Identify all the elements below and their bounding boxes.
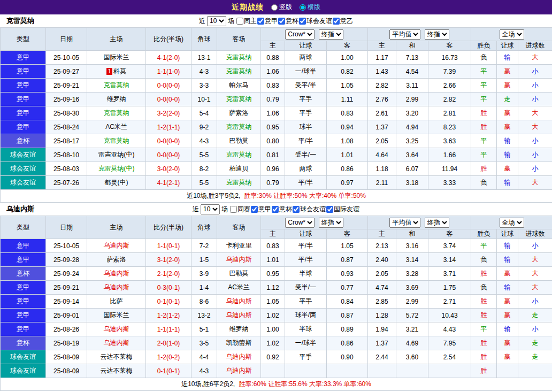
- avg-home-cell: 2.61: [368, 106, 396, 120]
- bookmaker-select[interactable]: Crow*: [285, 218, 315, 228]
- result-handicap-cell: 赢: [497, 309, 518, 322]
- avg-home-cell: 4.74: [368, 281, 396, 295]
- bookmaker-select[interactable]: Crow*: [285, 29, 315, 40]
- corners-cell: 8-6: [191, 295, 217, 309]
- filter-checkbox[interactable]: [257, 18, 264, 25]
- subcol-outcome: 胜负: [471, 229, 497, 239]
- handicap-odds-group: Crow* 终指: [261, 28, 368, 41]
- odds-away-cell: 1.08: [327, 134, 368, 148]
- score-cell: 1-2(1-2): [146, 309, 191, 322]
- score-cell: 3-1(2-0): [146, 253, 191, 267]
- col-home: 主场: [87, 216, 146, 239]
- type-cell: 意甲: [1, 239, 46, 253]
- score-cell: 3-0(2-0): [146, 162, 191, 176]
- filter-checkbox[interactable]: [326, 206, 333, 213]
- subcol-avg-away: 客: [428, 41, 471, 51]
- odds-handicap-cell: 受平/半: [285, 79, 327, 93]
- subcol-avg-home: 主: [368, 41, 396, 51]
- home-team-cell: 1科莫: [87, 65, 146, 79]
- type-cell: 意甲: [1, 309, 46, 322]
- subcol-goals-result: 进球数: [518, 41, 552, 51]
- filter-checkbox-option[interactable]: 国际友谊: [326, 205, 359, 214]
- avg-away-cell: 10.43: [428, 309, 471, 322]
- date-cell: 25-08-03: [46, 162, 87, 176]
- date-cell: 25-08-17: [46, 134, 87, 148]
- result-goals-cell: 小: [518, 79, 552, 93]
- average-select[interactable]: 平均值: [389, 218, 420, 228]
- filter-checkbox-group: 同赛意甲意杯球会友谊国际友谊: [229, 205, 359, 214]
- filter-checkbox-option[interactable]: 意乙: [333, 17, 353, 26]
- filter-bar: 近 10 场 同主意甲意杯球会友谊意乙: [199, 16, 353, 26]
- results-table: 类型 日期 主场 比分(半场) 角球 客场 Crow* 终指 平均值 终指 全场: [0, 216, 552, 391]
- results-section-home-team: 克雷莫纳 近 10 场 同主意甲意杯球会友谊意乙 类型 日期 主场 比分(半场)…: [0, 14, 552, 203]
- layout-option-vertical[interactable]: 竖版: [271, 3, 292, 12]
- avg-time-select[interactable]: 终指: [425, 218, 449, 228]
- summary-stats: 胜率:30% 让胜率:50% 大率:40% 单率:50%: [244, 192, 366, 199]
- filter-checkbox[interactable]: [251, 206, 258, 213]
- score-cell: 4-1(2-0): [146, 51, 191, 65]
- filter-checkbox[interactable]: [299, 18, 306, 25]
- date-cell: 25-09-01: [46, 309, 87, 322]
- filter-checkbox-option[interactable]: 意甲: [257, 17, 278, 26]
- filter-checkbox-option[interactable]: 意甲: [251, 205, 271, 214]
- avg-time-select[interactable]: 终指: [425, 29, 449, 40]
- avg-away-cell: 16.73: [428, 51, 471, 65]
- vertical-layout-radio[interactable]: [271, 4, 278, 11]
- filter-checkbox[interactable]: [293, 206, 300, 213]
- avg-away-cell: 3.71: [428, 267, 471, 281]
- topbar: 近期战绩 竖版 横版: [0, 0, 552, 14]
- filter-checkbox-label: 意杯: [279, 205, 292, 214]
- fullmatch-select[interactable]: 全场: [500, 218, 524, 228]
- odds-time-select[interactable]: 终指: [319, 29, 343, 40]
- layout-option-horizontal[interactable]: 横版: [300, 3, 320, 12]
- filter-checkbox-label: 同赛: [237, 205, 250, 214]
- odds-time-select[interactable]: 终指: [319, 218, 343, 228]
- filter-checkbox[interactable]: [272, 206, 279, 213]
- home-team-cell: 国际米兰: [87, 51, 146, 65]
- type-cell: 球会友谊: [1, 364, 46, 378]
- date-cell: 25-09-21: [46, 79, 87, 93]
- avg-draw-cell: [396, 364, 428, 378]
- result-goals-cell: 小: [518, 322, 552, 336]
- filter-checkbox-option[interactable]: 同主: [236, 17, 257, 26]
- horizontal-layout-radio[interactable]: [300, 4, 306, 11]
- subcol-home-odds: 主: [261, 41, 285, 51]
- home-team-cell: 比萨: [87, 295, 146, 309]
- filter-checkbox-option[interactable]: 球会友谊: [299, 17, 332, 26]
- avg-draw-cell: 6.07: [396, 162, 428, 176]
- avg-draw-cell: 5.72: [396, 309, 428, 322]
- corners-cell: 8-2: [191, 162, 217, 176]
- filter-checkbox[interactable]: [278, 18, 285, 25]
- away-team-cell: 克雷莫纳: [217, 176, 261, 190]
- away-team-cell: 巴勒莫: [217, 267, 261, 281]
- corners-cell: 4-3: [191, 364, 217, 378]
- match-count-select[interactable]: 10: [201, 204, 220, 214]
- filter-checkbox-label: 球会友谊: [306, 17, 332, 26]
- average-select[interactable]: 平均值: [389, 29, 420, 40]
- odds-home-cell: 1.01: [261, 253, 285, 267]
- subcol-handicap: 让球: [285, 41, 327, 51]
- score-cell: 0-0(0-0): [146, 134, 191, 148]
- filter-checkbox[interactable]: [230, 206, 237, 213]
- filter-checkbox[interactable]: [236, 18, 243, 25]
- europe-odds-group: 平均值 终指: [368, 28, 471, 41]
- home-team-cell: 克雷莫纳: [87, 106, 146, 120]
- avg-draw-cell: 4.69: [396, 336, 428, 350]
- filter-checkbox-option[interactable]: 意杯: [272, 205, 292, 214]
- fullmatch-select[interactable]: 全场: [500, 29, 524, 40]
- match-row: 球会友谊25-08-03克雷莫纳(中)3-0(2-0)8-2柏迪贝0.96两球0…: [1, 162, 552, 176]
- odds-home-cell: 0.83: [261, 79, 285, 93]
- filter-checkbox[interactable]: [333, 18, 340, 25]
- match-count-select[interactable]: 10: [207, 16, 226, 26]
- filter-checkbox-option[interactable]: 意杯: [278, 17, 298, 26]
- avg-home-cell: 2.40: [368, 253, 396, 267]
- col-corner: 角球: [191, 28, 217, 51]
- away-team-cell: 萨索洛: [217, 106, 261, 120]
- result-handicap-cell: 输: [497, 134, 518, 148]
- odds-handicap-cell: 平/半: [285, 134, 327, 148]
- result-handicap-cell: [497, 364, 518, 378]
- subcol-outcome: 胜负: [471, 41, 497, 51]
- filter-checkbox-option[interactable]: 球会友谊: [293, 205, 326, 214]
- away-team-cell: 乌迪内斯: [217, 350, 261, 364]
- filter-checkbox-option[interactable]: 同赛: [230, 205, 250, 214]
